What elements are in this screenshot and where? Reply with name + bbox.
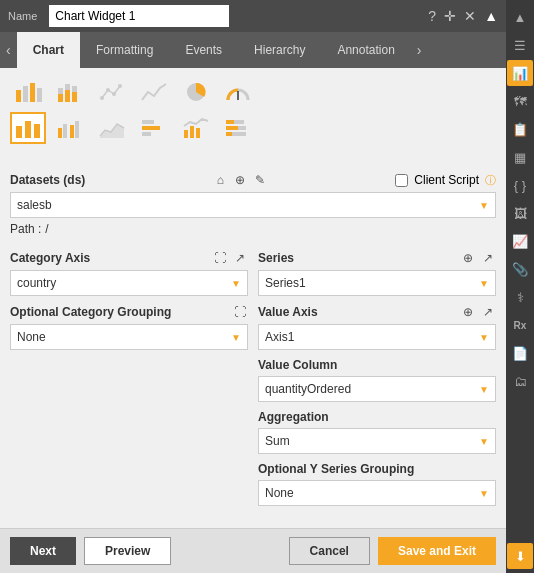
- datasets-value: salesb: [17, 198, 52, 212]
- value-column-dropdown[interactable]: quantityOrdered ▼: [258, 376, 496, 402]
- value-axis-label: Value Axis: [258, 305, 318, 319]
- help-icon[interactable]: ?: [428, 8, 436, 24]
- svg-rect-37: [226, 132, 232, 136]
- svg-rect-7: [65, 84, 70, 90]
- chart-icon-area[interactable]: [94, 112, 130, 144]
- value-axis-dropdown[interactable]: Axis1 ▼: [258, 324, 496, 350]
- series-dropdown[interactable]: Series1 ▼: [258, 270, 496, 296]
- svg-rect-34: [234, 120, 244, 124]
- tab-chart[interactable]: Chart: [17, 32, 80, 68]
- category-axis-icon2[interactable]: ↗: [232, 250, 248, 266]
- main-content: Datasets (ds) ⌂ ⊕ ✎ Client Script ⓘ sale…: [0, 156, 506, 528]
- sidebar-icon-map[interactable]: 🗺: [507, 88, 533, 114]
- sidebar-icon-analytics[interactable]: 📈: [507, 228, 533, 254]
- sidebar-icon-code[interactable]: { }: [507, 172, 533, 198]
- series-label: Series: [258, 251, 294, 265]
- value-column-arrow: ▼: [479, 384, 489, 395]
- client-script-checkbox[interactable]: [395, 174, 408, 187]
- close-icon[interactable]: ✕: [464, 8, 476, 24]
- sidebar-icon-doc[interactable]: 📄: [507, 340, 533, 366]
- aggregation-value: Sum: [265, 434, 290, 448]
- svg-rect-5: [58, 88, 63, 94]
- sidebar-icon-download[interactable]: ⬇: [507, 543, 533, 569]
- optional-y-dropdown[interactable]: None ▼: [258, 480, 496, 506]
- chart-icon-pie[interactable]: [178, 76, 214, 108]
- datasets-row: Datasets (ds) ⌂ ⊕ ✎ Client Script ⓘ: [10, 172, 496, 188]
- category-axis-icon1[interactable]: ⛶: [212, 250, 228, 266]
- tab-formatting[interactable]: Formatting: [80, 32, 169, 68]
- svg-rect-4: [58, 94, 63, 102]
- value-axis-edit-icon[interactable]: ↗: [480, 304, 496, 320]
- path-value: /: [45, 222, 48, 236]
- cancel-button[interactable]: Cancel: [289, 537, 370, 565]
- sidebar-icon-up[interactable]: ▲: [507, 4, 533, 30]
- svg-line-15: [108, 90, 114, 94]
- category-axis-dropdown[interactable]: country ▼: [10, 270, 248, 296]
- aggregation-dropdown[interactable]: Sum ▼: [258, 428, 496, 454]
- optional-y-value: None: [265, 486, 294, 500]
- chart-icon-bar[interactable]: [10, 76, 46, 108]
- svg-rect-23: [63, 124, 67, 138]
- svg-rect-24: [70, 125, 74, 138]
- svg-rect-20: [25, 121, 31, 138]
- value-column-row: Value Column: [258, 358, 496, 372]
- sidebar-icon-image[interactable]: 🖼: [507, 200, 533, 226]
- chart-icon-stacked-bar[interactable]: [52, 76, 88, 108]
- sidebar-icon-health[interactable]: ⚕: [507, 284, 533, 310]
- datasets-dropdown[interactable]: salesb ▼: [10, 192, 496, 218]
- chart-icon-gauge[interactable]: [220, 76, 256, 108]
- chart-icon-line-dot[interactable]: [94, 76, 130, 108]
- datasets-dropdown-arrow: ▼: [479, 200, 489, 211]
- sidebar-icon-list[interactable]: 📋: [507, 116, 533, 142]
- svg-rect-22: [58, 128, 62, 138]
- sidebar-icon-grid[interactable]: ▦: [507, 144, 533, 170]
- sidebar-icon-chart[interactable]: 📊: [507, 60, 533, 86]
- sidebar-icon-menu[interactable]: ☰: [507, 32, 533, 58]
- path-label: Path :: [10, 222, 41, 236]
- svg-rect-8: [72, 92, 77, 102]
- optional-category-icon[interactable]: ⛶: [232, 304, 248, 320]
- tab-annotation[interactable]: Annotation: [321, 32, 410, 68]
- svg-rect-29: [142, 132, 151, 136]
- expand-icon[interactable]: ▲: [484, 8, 498, 24]
- preview-button[interactable]: Preview: [84, 537, 171, 565]
- tab-hierarchy[interactable]: Hierarchy: [238, 32, 321, 68]
- category-axis-label: Category Axis: [10, 251, 90, 265]
- chart-icon-combo[interactable]: [178, 112, 214, 144]
- chart-icon-grouped-bar[interactable]: [52, 112, 88, 144]
- svg-rect-21: [34, 124, 40, 138]
- value-axis-value: Axis1: [265, 330, 294, 344]
- tab-prev-arrow[interactable]: ‹: [0, 32, 17, 68]
- move-icon[interactable]: ✛: [444, 8, 456, 24]
- svg-rect-6: [65, 90, 70, 102]
- optional-category-row: Optional Category Grouping ⛶: [10, 304, 248, 320]
- series-edit-icon[interactable]: ↗: [480, 250, 496, 266]
- svg-rect-3: [37, 88, 42, 102]
- value-column-value: quantityOrdered: [265, 382, 351, 396]
- value-axis-add-icon[interactable]: ⊕: [460, 304, 476, 320]
- svg-rect-27: [142, 120, 154, 124]
- tab-events[interactable]: Events: [169, 32, 238, 68]
- optional-category-dropdown[interactable]: None ▼: [10, 324, 248, 350]
- category-axis-arrow: ▼: [231, 278, 241, 289]
- tab-next-arrow[interactable]: ›: [411, 32, 428, 68]
- chart-icon-horizontal-bar[interactable]: [136, 112, 172, 144]
- sidebar-icon-rx[interactable]: Rx: [507, 312, 533, 338]
- title-input[interactable]: [49, 5, 229, 27]
- aggregation-arrow: ▼: [479, 436, 489, 447]
- series-add-icon[interactable]: ⊕: [460, 250, 476, 266]
- value-axis-row: Value Axis ⊕ ↗: [258, 304, 496, 320]
- chart-icon-bar-selected[interactable]: [10, 112, 46, 144]
- datasets-home-icon[interactable]: ⌂: [212, 172, 228, 188]
- svg-rect-28: [142, 126, 160, 130]
- client-script-label: Client Script: [414, 173, 479, 187]
- sidebar-icon-link[interactable]: 📎: [507, 256, 533, 282]
- save-and-exit-button[interactable]: Save and Exit: [378, 537, 496, 565]
- category-axis-value: country: [17, 276, 56, 290]
- datasets-edit-icon[interactable]: ✎: [252, 172, 268, 188]
- sidebar-icon-layers[interactable]: 🗂: [507, 368, 533, 394]
- chart-icon-line[interactable]: [136, 76, 172, 108]
- chart-icon-stacked-horiz[interactable]: [220, 112, 256, 144]
- next-button[interactable]: Next: [10, 537, 76, 565]
- datasets-add-icon[interactable]: ⊕: [232, 172, 248, 188]
